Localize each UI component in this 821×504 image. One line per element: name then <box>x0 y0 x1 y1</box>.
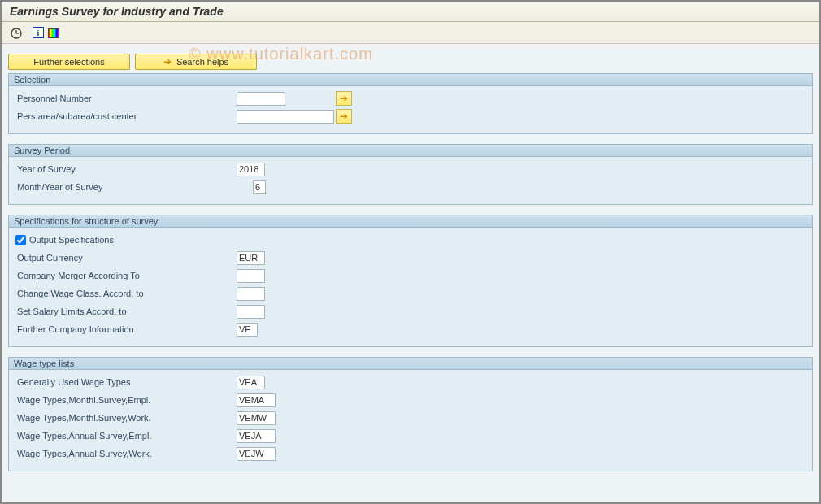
row-output-specifications: Output Specifications <box>15 231 809 249</box>
search-helps-button[interactable]: ➔ Search helps <box>135 54 257 70</box>
general-wage-types-label: Generally Used Wage Types <box>15 377 198 387</box>
pers-area-label: Pers.area/subarea/cost center <box>15 111 186 121</box>
execute-icon[interactable] <box>10 27 23 40</box>
row-change-wage-class: Change Wage Class. Accord. to <box>15 285 809 302</box>
year-of-survey-input[interactable] <box>237 163 265 176</box>
row-pers-area: Pers.area/subarea/cost center ➔ <box>15 107 809 125</box>
page-title: Earnings Survey for Industry and Trade <box>2 2 819 22</box>
group-specifications: Specifications for structure of survey O… <box>8 215 813 347</box>
monthly-work-wage-types-input[interactable] <box>237 411 276 425</box>
monthly-empl-wage-types-label: Wage Types,Monthl.Survey,Empl. <box>15 395 198 405</box>
set-salary-limits-label: Set Salary Limits Accord. to <box>15 306 198 316</box>
further-selections-button[interactable]: Further selections <box>8 54 130 70</box>
group-selection-header: Selection <box>9 74 812 86</box>
monthly-work-wage-types-label: Wage Types,Monthl.Survey,Work. <box>15 413 198 423</box>
annual-empl-wage-types-input[interactable] <box>237 429 276 443</box>
toolbar: i © www.tutorialkart.com <box>2 22 819 43</box>
row-annual-empl-wage-types: Wage Types,Annual Survey,Empl. <box>15 427 809 445</box>
row-set-salary-limits: Set Salary Limits Accord. to <box>15 302 809 320</box>
month-year-survey-input[interactable] <box>253 180 266 194</box>
change-wage-class-label: Change Wage Class. Accord. to <box>15 289 198 298</box>
further-company-info-input[interactable] <box>237 323 258 337</box>
annual-work-wage-types-label: Wage Types,Annual Survey,Work. <box>15 449 198 458</box>
group-selection: Selection Personnel Number ➔ Pers.area/s… <box>8 73 813 134</box>
row-personnel-number: Personnel Number ➔ <box>15 89 809 107</box>
row-company-merger: Company Merger According To <box>15 267 809 285</box>
group-wage-type-lists-header: Wage type lists <box>9 358 812 370</box>
personnel-number-input[interactable] <box>237 92 285 106</box>
further-company-info-label: Further Company Information <box>15 324 198 334</box>
pers-area-input[interactable] <box>237 110 334 124</box>
row-further-company-info: Further Company Information <box>15 320 809 338</box>
personnel-number-label: Personnel Number <box>15 93 186 103</box>
further-selections-label: Further selections <box>33 57 104 67</box>
annual-empl-wage-types-label: Wage Types,Annual Survey,Empl. <box>15 431 198 441</box>
change-wage-class-input[interactable] <box>237 287 265 301</box>
row-output-currency: Output Currency <box>15 249 809 267</box>
toolbar-divider <box>2 43 819 44</box>
year-of-survey-label: Year of Survey <box>15 164 198 174</box>
annual-work-wage-types-input[interactable] <box>237 447 276 461</box>
group-survey-period-header: Survey Period <box>9 145 812 157</box>
row-general-wage-types: Generally Used Wage Types <box>15 373 809 391</box>
row-monthly-work-wage-types: Wage Types,Monthl.Survey,Work. <box>15 409 809 427</box>
arrow-right-icon: ➔ <box>163 56 172 67</box>
group-specifications-header: Specifications for structure of survey <box>9 215 812 228</box>
month-year-survey-label: Month/Year of Survey <box>15 182 198 192</box>
info-icon[interactable]: i <box>33 27 44 38</box>
company-merger-input[interactable] <box>237 269 265 283</box>
output-currency-input[interactable] <box>237 251 265 265</box>
output-currency-label: Output Currency <box>15 253 198 263</box>
set-salary-limits-input[interactable] <box>237 305 265 319</box>
pers-area-multi-select-icon[interactable]: ➔ <box>336 109 352 124</box>
personnel-number-multi-select-icon[interactable]: ➔ <box>336 91 352 106</box>
output-specifications-label: Output Specifications <box>29 235 114 245</box>
group-wage-type-lists: Wage type lists Generally Used Wage Type… <box>8 357 813 471</box>
company-merger-label: Company Merger According To <box>15 271 198 280</box>
button-row: Further selections ➔ Search helps <box>8 54 813 70</box>
row-month-year-survey: Month/Year of Survey <box>15 178 809 196</box>
general-wage-types-input[interactable] <box>237 376 265 389</box>
color-legend-icon[interactable] <box>47 27 60 40</box>
monthly-empl-wage-types-input[interactable] <box>237 393 276 407</box>
content-area: Further selections ➔ Search helps Select… <box>2 49 819 504</box>
search-helps-label: Search helps <box>176 57 228 67</box>
group-survey-period: Survey Period Year of Survey Month/Year … <box>8 144 813 205</box>
output-specifications-checkbox[interactable] <box>15 235 26 245</box>
row-year-of-survey: Year of Survey <box>15 160 809 178</box>
row-annual-work-wage-types: Wage Types,Annual Survey,Work. <box>15 445 809 463</box>
row-monthly-empl-wage-types: Wage Types,Monthl.Survey,Empl. <box>15 391 809 409</box>
